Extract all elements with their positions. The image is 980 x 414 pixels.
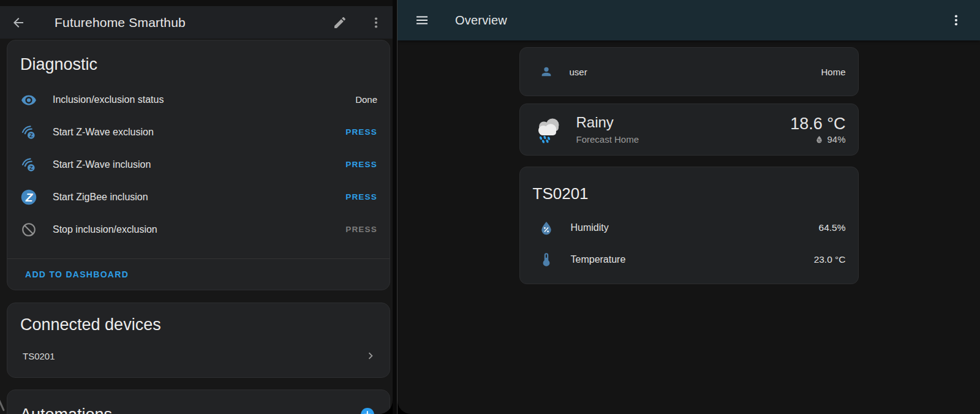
edit-icon[interactable] xyxy=(333,15,347,30)
weather-humidity: 94% xyxy=(827,134,845,145)
row-stop-inclusion: Stop inclusion/exclusion PRESS xyxy=(7,213,390,246)
device-card: TS0201 Humidity 64.5% xyxy=(519,167,859,284)
user-card[interactable]: user Home xyxy=(519,47,859,96)
row-zigbee-inclusion: Z Start ZigBee inclusion PRESS xyxy=(7,181,390,213)
press-button[interactable]: PRESS xyxy=(345,192,377,201)
right-toolbar: Overview xyxy=(398,0,980,40)
row-zwave-inclusion: Z Start Z-Wave inclusion PRESS xyxy=(7,148,390,181)
more-vert-icon[interactable] xyxy=(949,13,963,28)
weather-subtitle: Forecast Home xyxy=(576,133,639,146)
svg-text:Z: Z xyxy=(25,190,34,203)
status-strip xyxy=(0,0,393,6)
back-icon[interactable] xyxy=(11,15,26,30)
cancel-icon xyxy=(21,222,37,238)
status-value: Done xyxy=(355,94,377,105)
card-title: Automations xyxy=(20,405,112,414)
row-inclusion-status: Inclusion/exclusion status Done xyxy=(7,83,390,116)
chevron-right-icon xyxy=(364,349,377,363)
press-button[interactable]: PRESS xyxy=(345,127,377,137)
press-button[interactable]: PRESS xyxy=(345,160,377,169)
svg-text:Z: Z xyxy=(29,132,33,138)
app: Futurehome Smarthub Diagnostic Inclusion… xyxy=(0,0,980,414)
page-title: Futurehome Smarthub xyxy=(55,15,186,30)
swipe-indicator xyxy=(0,399,4,411)
device-card-title: TS0201 xyxy=(532,183,846,204)
left-toolbar: Futurehome Smarthub xyxy=(0,6,393,39)
add-automation-icon[interactable] xyxy=(361,408,374,414)
connected-devices-card: Connected devices TS0201 xyxy=(7,303,390,378)
menu-icon[interactable] xyxy=(415,13,429,28)
eye-icon xyxy=(21,92,37,108)
thermometer-icon xyxy=(538,252,554,268)
add-to-dashboard-button[interactable]: ADD TO DASHBOARD xyxy=(7,259,390,290)
more-vert-icon[interactable] xyxy=(369,15,383,30)
weather-pouring-icon xyxy=(534,116,561,143)
panel-divider xyxy=(393,0,398,414)
humidity-icon xyxy=(538,220,554,236)
humidity-row[interactable]: Humidity 64.5% xyxy=(532,212,846,244)
overview-panel: Overview user Home xyxy=(398,0,980,414)
card-title: Diagnostic xyxy=(7,40,390,83)
press-button-disabled: PRESS xyxy=(345,225,377,234)
device-row[interactable]: TS0201 xyxy=(7,341,390,371)
card-title: Connected devices xyxy=(7,303,390,341)
row-zwave-exclusion: Z Start Z-Wave exclusion PRESS xyxy=(7,116,390,148)
temperature-row[interactable]: Temperature 23.0 °C xyxy=(532,244,846,276)
diagnostic-card: Diagnostic Inclusion/exclusion status Do… xyxy=(7,40,390,290)
svg-text:Z: Z xyxy=(29,164,33,170)
overview-content: user Home xyxy=(398,40,980,284)
weather-card[interactable]: Rainy Forecast Home 18.6 °C 94% xyxy=(519,104,859,156)
water-percent-icon xyxy=(815,135,824,144)
futurehome-panel: Futurehome Smarthub Diagnostic Inclusion… xyxy=(0,0,393,414)
weather-temperature: 18.6 °C xyxy=(790,115,845,134)
zigbee-icon: Z xyxy=(21,189,37,205)
page-title: Overview xyxy=(455,13,507,28)
user-name: user xyxy=(570,67,587,77)
account-icon xyxy=(540,65,553,78)
automations-card: Automations xyxy=(7,390,390,414)
zwave-icon: Z xyxy=(21,124,37,140)
zwave-icon: Z xyxy=(21,157,37,173)
user-location: Home xyxy=(821,67,845,77)
weather-condition: Rainy xyxy=(576,114,639,131)
